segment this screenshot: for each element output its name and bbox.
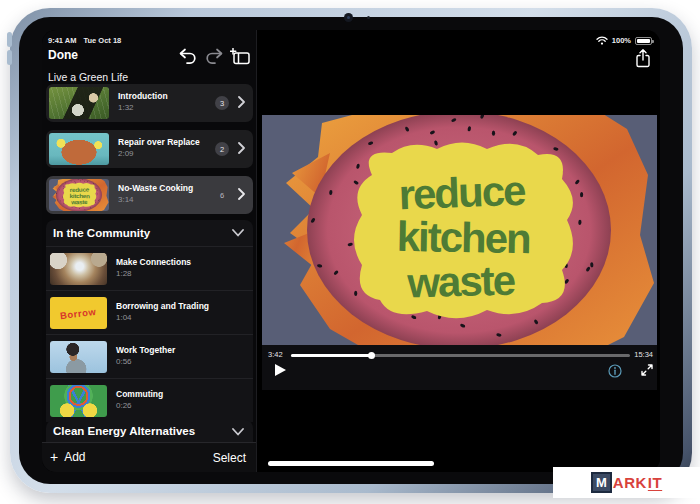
chapter-text: Repair over Replace 2:09	[118, 137, 200, 158]
plus-icon: +	[50, 451, 58, 463]
mic-dot	[367, 16, 370, 19]
clip-text: Make Connections 1:28	[116, 257, 191, 278]
ipad-screen: 9:41 AM Tue Oct 18 Done	[42, 30, 660, 472]
clip-row-commuting[interactable]: Commuting 0:26	[46, 378, 253, 422]
select-button[interactable]: Select	[213, 451, 246, 465]
playhead-handle[interactable]	[368, 352, 375, 359]
ipad-device-frame: 9:41 AM Tue Oct 18 Done	[10, 8, 692, 493]
thumbnail-repair-over-replace	[49, 133, 109, 165]
thumbnail-commuting	[50, 385, 107, 417]
thumbnail-no-waste-cooking: reduce kitchen waste	[49, 179, 109, 211]
section-title: Clean Energy Alternatives	[53, 425, 195, 437]
clip-title: Commuting	[116, 389, 163, 399]
clip-count-badge: 2	[215, 142, 229, 156]
info-button[interactable]	[608, 364, 622, 378]
expand-icon	[640, 363, 654, 377]
chevron-right-icon	[238, 142, 245, 154]
clip-row-work-together[interactable]: Work Together 0:56	[46, 334, 253, 378]
svg-text:reduce: reduce	[70, 186, 90, 193]
main-area: 100% r	[257, 30, 660, 472]
chapter-text: Introduction 1:32	[118, 91, 168, 112]
svg-text:waste: waste	[406, 257, 516, 307]
clip-count-badge: 3	[215, 96, 229, 110]
fullscreen-button[interactable]	[640, 363, 654, 377]
add-button[interactable]: + Add	[50, 450, 86, 464]
chapter-row-no-waste-cooking-selected[interactable]: reduce kitchen waste No-Waste Cooking 3:…	[46, 176, 253, 214]
add-to-timeline-button[interactable]	[230, 48, 250, 65]
clip-title: Borrowing and Trading	[116, 301, 209, 311]
clip-duration: 0:56	[116, 357, 175, 366]
svg-text:kitchen: kitchen	[69, 192, 90, 199]
volume-up-button	[7, 32, 12, 47]
chevron-right-icon	[238, 188, 245, 200]
undo-button[interactable]	[178, 48, 198, 65]
clip-duration: 1:04	[116, 313, 209, 322]
video-frame-reduce-kitchen-waste: reduce kitchen waste	[262, 115, 657, 345]
sidebar: 9:41 AM Tue Oct 18 Done	[42, 30, 257, 472]
markit-watermark: M ARK IT	[553, 467, 700, 498]
chevron-down-icon	[232, 229, 244, 237]
chapter-row-introduction[interactable]: Introduction 1:32 3	[46, 84, 253, 122]
clip-row-borrowing-and-trading[interactable]: Borrow Borrowing and Trading 1:04	[46, 290, 253, 334]
total-time: 15:34	[634, 350, 653, 359]
scrubber-row: 3:42 15:34	[262, 349, 657, 361]
chapter-duration: 2:09	[118, 149, 200, 158]
add-label: Add	[64, 450, 85, 464]
sidebar-footer: + Add Select	[42, 442, 256, 472]
borrow-thumbnail-text: Borrow	[60, 305, 97, 320]
chapter-duration: 3:14	[118, 195, 193, 204]
thumbnail-borrowing-and-trading: Borrow	[50, 297, 107, 329]
info-icon	[608, 364, 622, 378]
add-clip-icon	[230, 48, 251, 65]
watermark-text-underlined: IT	[648, 474, 662, 491]
thumbnail-introduction	[49, 87, 109, 119]
section-in-the-community: In the Community Make Connections 1:28	[46, 220, 253, 422]
battery-percent: 100%	[612, 36, 631, 45]
status-bar-right: 100%	[596, 36, 652, 45]
redo-button[interactable]	[204, 48, 224, 65]
clip-text: Commuting 0:26	[116, 389, 163, 410]
volume-down-button	[7, 50, 12, 65]
share-button[interactable]	[635, 49, 651, 68]
status-date: Tue Oct 18	[83, 36, 121, 45]
scrubber-progress	[291, 354, 371, 357]
svg-text:kitchen: kitchen	[396, 213, 530, 262]
clip-text: Work Together 0:56	[116, 345, 175, 366]
home-indicator[interactable]	[268, 461, 434, 466]
section-title: In the Community	[53, 227, 150, 239]
thumbnail-work-together	[50, 341, 107, 373]
chapter-row-repair-over-replace[interactable]: Repair over Replace 2:09 2	[46, 130, 253, 168]
svg-text:reduce: reduce	[398, 167, 526, 218]
chevron-right-icon	[238, 96, 245, 108]
chapter-title: No-Waste Cooking	[118, 183, 193, 193]
screenshot-stage: 9:41 AM Tue Oct 18 Done	[0, 0, 700, 504]
current-time: 3:42	[268, 350, 283, 359]
front-camera	[344, 13, 353, 22]
done-button[interactable]: Done	[48, 48, 78, 62]
clip-row-make-connections[interactable]: Make Connections 1:28	[46, 246, 253, 290]
scrubber-track[interactable]	[291, 354, 630, 357]
watermark-m-logo: M	[591, 472, 612, 493]
chevron-down-icon	[232, 428, 244, 436]
clip-text: Borrowing and Trading 1:04	[116, 301, 209, 322]
clip-duration: 1:28	[116, 269, 191, 278]
battery-icon	[635, 37, 652, 45]
clip-title: Make Connections	[116, 257, 191, 267]
wifi-icon	[596, 36, 608, 45]
chapter-title: Introduction	[118, 91, 168, 101]
section-header-in-the-community[interactable]: In the Community	[46, 220, 253, 246]
chapter-text: No-Waste Cooking 3:14	[118, 183, 193, 204]
undo-icon	[178, 48, 198, 65]
clip-duration: 0:26	[116, 401, 163, 410]
watermark-text: ARK	[613, 474, 647, 491]
thumbnail-make-connections	[50, 253, 107, 285]
clip-title: Work Together	[116, 345, 175, 355]
svg-text:waste: waste	[70, 198, 88, 205]
redo-icon	[204, 48, 224, 65]
section-header-clean-energy-alternatives[interactable]: Clean Energy Alternatives	[46, 420, 253, 444]
chapter-duration: 1:32	[118, 103, 168, 112]
clip-count-badge: 6	[215, 188, 229, 202]
video-player[interactable]: reduce kitchen waste 3:42 15:34	[262, 115, 657, 390]
project-title: Live a Green Life	[48, 71, 128, 83]
play-button[interactable]	[275, 364, 286, 376]
